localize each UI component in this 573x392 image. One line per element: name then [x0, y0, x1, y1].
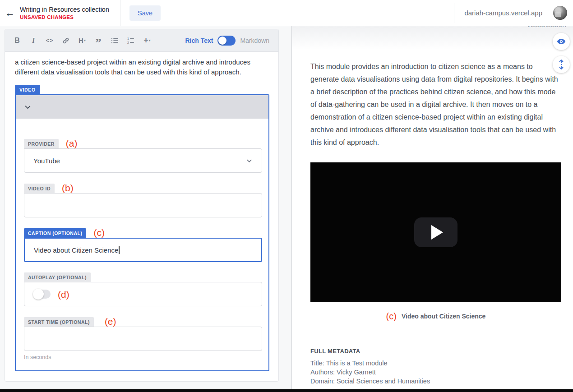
bold-icon: B: [14, 37, 20, 45]
link-icon: [62, 37, 70, 45]
annotation-a: (a): [66, 138, 78, 148]
caption-field: CAPTION (OPTIONAL) (c) Video about Citiz…: [24, 228, 260, 262]
svg-text:1: 1: [127, 37, 129, 40]
heading-button[interactable]: H▾: [75, 34, 89, 47]
topbar-right: dariah-campus.vercel.app: [454, 0, 573, 26]
metadata-heading: FULL METADATA: [310, 348, 561, 355]
up-down-arrows-icon: [557, 59, 566, 70]
autoplay-control: (d): [24, 282, 262, 306]
numbered-list-button[interactable]: 1 2: [124, 34, 138, 47]
video-id-input[interactable]: [24, 193, 262, 217]
site-url-label: dariah-campus.vercel.app: [464, 9, 542, 17]
link-button[interactable]: [59, 34, 73, 47]
annotation-c: (c): [93, 228, 105, 237]
bullet-list-button[interactable]: [108, 34, 121, 47]
start-time-label: START TIME (OPTIONAL): [24, 317, 94, 327]
richtext-toolbar: B I <> H▾ ” 1 2: [5, 29, 278, 52]
preview-paragraph: This module provides an introduction to …: [310, 60, 561, 149]
chevron-down-icon: [24, 103, 32, 111]
video-block: PROVIDER (a) YouTube VIDEO ID (b: [15, 94, 269, 371]
provider-value: YouTube: [33, 157, 60, 165]
back-button[interactable]: ←: [0, 0, 20, 26]
metadata-domain-line: Domain: Social Sciences and Humanities: [310, 377, 561, 386]
code-icon: <>: [46, 37, 53, 44]
annotation-e: (e): [105, 317, 116, 326]
eye-icon: [556, 37, 566, 46]
markdown-mode-label[interactable]: Markdown: [240, 37, 269, 44]
avatar[interactable]: [553, 6, 567, 20]
text-cursor: [119, 246, 120, 254]
plus-icon: +: [143, 36, 148, 45]
video-block-collapse-header[interactable]: [16, 95, 268, 119]
italic-button[interactable]: I: [27, 34, 40, 47]
toggle-knob: [33, 289, 44, 300]
preview-toggle-button[interactable]: [553, 33, 570, 50]
blockquote-button[interactable]: ”: [92, 34, 105, 47]
editor-panel: B I <> H▾ ” 1 2: [5, 29, 279, 382]
code-button[interactable]: <>: [43, 34, 56, 47]
scroll-sync-button[interactable]: [553, 56, 570, 73]
editor-paragraph[interactable]: a citizen science-based project within a…: [15, 57, 276, 77]
heading-icon: H: [79, 37, 83, 44]
insert-menu-button[interactable]: +▾: [140, 34, 154, 47]
provider-label: PROVIDER: [24, 139, 59, 148]
video-caption: Video about Citizen Science: [402, 313, 485, 320]
annotation-d: (d): [58, 290, 69, 299]
video-id-label: VIDEO ID: [24, 184, 55, 193]
back-arrow-icon: ←: [5, 7, 15, 19]
video-caption-row: (c) Video about Citizen Science: [310, 312, 561, 321]
caption-value: Video about Citizen Science: [34, 246, 118, 254]
metadata-list: Title: This is a Test module Authors: Vi…: [310, 359, 561, 386]
annotation-b: (b): [62, 183, 74, 193]
chevron-down-icon: ▾: [84, 38, 86, 42]
autoplay-field: AUTOPLAY (OPTIONAL) (d): [24, 272, 260, 306]
topbar-divider: [120, 0, 120, 26]
autoplay-toggle[interactable]: [33, 290, 51, 299]
document-title-block: Writing in Resources collection UNSAVED …: [20, 6, 120, 20]
topbar-divider-right: [454, 3, 454, 23]
bold-button[interactable]: B: [10, 34, 24, 47]
toggle-knob: [218, 37, 226, 45]
start-time-field: START TIME (OPTIONAL) (e) In seconds: [24, 317, 260, 360]
svg-text:2: 2: [127, 41, 129, 44]
play-button[interactable]: [414, 217, 457, 247]
bullet-list-icon: [111, 37, 119, 45]
chevron-down-icon: ▾: [149, 38, 151, 42]
caption-label: CAPTION (OPTIONAL): [24, 228, 86, 238]
mode-toggle[interactable]: [217, 36, 236, 46]
video-player[interactable]: [310, 162, 561, 302]
provider-field: PROVIDER (a) YouTube: [24, 138, 260, 173]
start-time-input[interactable]: [24, 327, 262, 351]
chevron-down-icon: [246, 157, 253, 164]
video-block-tag: VIDEO: [15, 85, 40, 94]
caption-input[interactable]: Video about Citizen Science: [24, 238, 262, 262]
editor-mode-switch: Rich Text Markdown: [185, 36, 269, 46]
bottom-black-bar: [0, 389, 573, 392]
page-title: Writing in Resources collection: [20, 6, 109, 13]
start-time-hint: In seconds: [24, 354, 260, 360]
rich-text-mode-label[interactable]: Rich Text: [185, 37, 213, 44]
video-block-fields: PROVIDER (a) YouTube VIDEO ID (b: [16, 119, 268, 370]
editor-body: a citizen science-based project within a…: [5, 52, 278, 371]
top-bar: ← Writing in Resources collection UNSAVE…: [0, 0, 573, 26]
italic-icon: I: [32, 37, 35, 45]
autoplay-label: AUTOPLAY (OPTIONAL): [24, 272, 91, 282]
save-button[interactable]: Save: [129, 5, 161, 21]
preview-panel: visualisation This module provides an in…: [291, 26, 573, 389]
unsaved-changes-badge: UNSAVED CHANGES: [20, 14, 109, 20]
app-screen: ← Writing in Resources collection UNSAVE…: [0, 0, 573, 392]
metadata-authors-line: Authors: Vicky Garnett: [310, 368, 561, 377]
blockquote-icon: ”: [96, 36, 102, 45]
provider-select[interactable]: YouTube: [24, 148, 262, 173]
metadata-title-line: Title: This is a Test module: [310, 359, 561, 368]
preview-content: This module provides an introduction to …: [310, 26, 561, 386]
play-icon: [431, 225, 443, 240]
numbered-list-icon: 1 2: [127, 37, 135, 45]
annotation-c-preview: (c): [386, 312, 397, 321]
video-id-field: VIDEO ID (b): [24, 183, 260, 217]
